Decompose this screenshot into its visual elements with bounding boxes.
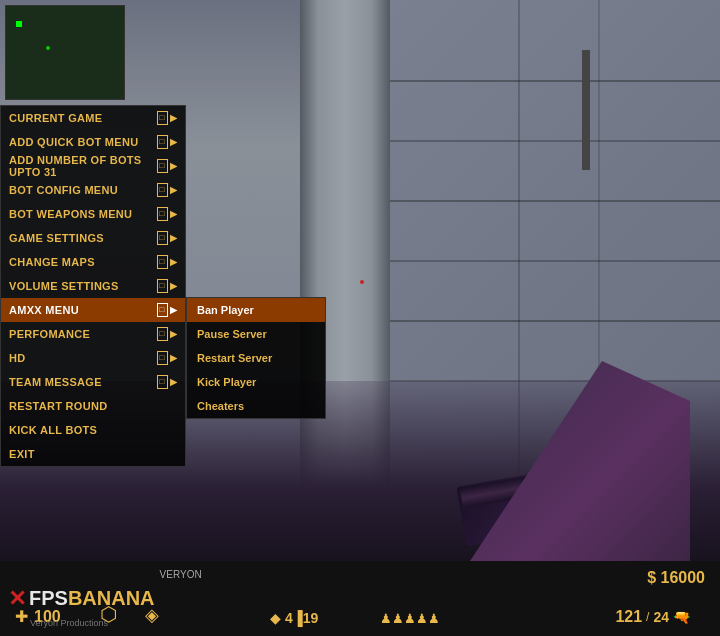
menu-item-label-game-settings: GAME SETTINGS [9, 232, 104, 244]
ammo-display: 121 / 24 🔫 [615, 608, 690, 626]
player-count-display: ♟♟♟♟♟ [380, 611, 440, 626]
menu-item-label-bot-config-menu: BOT CONFIG MENU [9, 184, 118, 196]
ammo-reserve: 24 [653, 609, 669, 625]
health-icon: ✚ [15, 607, 28, 626]
menu-item-label-bot-weapons-menu: BOT WEAPONS MENU [9, 208, 132, 220]
menu-item-label-add-number-of-bots: ADD NUMBER OF BOTS UPTO 31 [9, 154, 157, 178]
submenu-item-pause-server[interactable]: Pause Server [187, 322, 325, 346]
menu-item-hd[interactable]: HD□▶ [1, 346, 185, 370]
menu-item-label-hd: HD [9, 352, 26, 364]
minimap [5, 5, 125, 100]
menu-item-label-team-message: TEAM MESSAGE [9, 376, 102, 388]
submenu-item-kick-player[interactable]: Kick Player [187, 370, 325, 394]
menu-item-label-restart-round: RESTART ROUND [9, 400, 107, 412]
submenu-item-cheaters[interactable]: Cheaters [187, 394, 325, 418]
ammo-icon: 🔫 [673, 609, 690, 625]
brand-veryon-text: VERYON [160, 569, 202, 580]
ammo-current: 121 [615, 608, 642, 626]
player-icons: ♟♟♟♟♟ [380, 611, 440, 626]
menu-item-arrow-current-game: □▶ [157, 111, 177, 125]
menu-item-bot-weapons-menu[interactable]: BOT WEAPONS MENU□▶ [1, 202, 185, 226]
menu-item-arrow-team-message: □▶ [157, 375, 177, 389]
menu-item-kick-all-bots[interactable]: KICK ALL BOTS [1, 418, 185, 442]
menu-item-label-amxx-menu: AMXX MENU [9, 304, 79, 316]
player-hand [470, 361, 690, 561]
menu-item-volume-settings[interactable]: VOLUME SETTINGS□▶ [1, 274, 185, 298]
stone-line-2 [390, 140, 720, 142]
menu-item-add-number-of-bots[interactable]: ADD NUMBER OF BOTS UPTO 31□▶ [1, 154, 185, 178]
menu-item-change-maps[interactable]: CHANGE MAPS□▶ [1, 250, 185, 274]
menu-item-label-perfomance: PERFOMANCE [9, 328, 90, 340]
menu-item-exit[interactable]: EXIT [1, 442, 185, 466]
bomb-value: 4▐19 [285, 610, 318, 626]
menu-item-arrow-game-settings: □▶ [157, 231, 177, 245]
game-indicator [360, 280, 364, 284]
bomb-label: ◆ [270, 610, 281, 626]
menu-item-label-add-quick-bot-menu: ADD QUICK BOT MENU [9, 136, 138, 148]
menu-item-arrow-bot-config-menu: □▶ [157, 183, 177, 197]
money-display: $ 16000 [647, 569, 705, 587]
menu-item-amxx-menu[interactable]: AMXX MENU□▶ [1, 298, 185, 322]
menu-item-perfomance[interactable]: PERFOMANCE□▶ [1, 322, 185, 346]
menu-item-arrow-add-quick-bot-menu: □▶ [157, 135, 177, 149]
menu-item-arrow-amxx-menu: □▶ [157, 303, 177, 317]
menu-item-label-kick-all-bots: KICK ALL BOTS [9, 424, 97, 436]
menu-item-team-message[interactable]: TEAM MESSAGE□▶ [1, 370, 185, 394]
minimap-dot-2 [46, 46, 50, 50]
stone-line-3 [390, 200, 720, 202]
submenu-item-ban-player[interactable]: Ban Player [187, 298, 325, 322]
menu-item-restart-round[interactable]: RESTART ROUND [1, 394, 185, 418]
ammo-separator: / [646, 610, 649, 624]
stone-line-1 [390, 80, 720, 82]
menu-item-label-current-game: CURRENT GAME [9, 112, 102, 124]
main-menu: CURRENT GAME□▶ADD QUICK BOT MENU□▶ADD NU… [0, 105, 186, 467]
menu-item-current-game[interactable]: CURRENT GAME□▶ [1, 106, 185, 130]
wall-fixture [582, 50, 590, 170]
menu-item-add-quick-bot-menu[interactable]: ADD QUICK BOT MENU□▶ [1, 130, 185, 154]
menu-item-bot-config-menu[interactable]: BOT CONFIG MENU□▶ [1, 178, 185, 202]
weapon-render [340, 261, 720, 561]
menu-item-game-settings[interactable]: GAME SETTINGS□▶ [1, 226, 185, 250]
submenu-item-restart-server[interactable]: Restart Server [187, 346, 325, 370]
bomb-display: ◆ 4▐19 [270, 610, 318, 626]
menu-item-arrow-volume-settings: □▶ [157, 279, 177, 293]
grenade-icon: ◈ [145, 604, 159, 626]
menu-item-arrow-change-maps: □▶ [157, 255, 177, 269]
menu-item-arrow-hd: □▶ [157, 351, 177, 365]
menu-item-arrow-add-number-of-bots: □▶ [157, 159, 177, 173]
menu-item-label-volume-settings: VOLUME SETTINGS [9, 280, 119, 292]
menu-item-label-exit: EXIT [9, 448, 35, 460]
minimap-player-dot [16, 21, 22, 27]
amxx-submenu: Ban PlayerPause ServerRestart ServerKick… [186, 297, 326, 419]
menu-item-arrow-bot-weapons-menu: □▶ [157, 207, 177, 221]
menu-item-label-change-maps: CHANGE MAPS [9, 256, 95, 268]
brand-tagline: Veryon Productions [30, 618, 108, 628]
menu-item-arrow-perfomance: □▶ [157, 327, 177, 341]
grenade-display: ◈ [145, 604, 159, 626]
hud-bar: ✕ FPS BANANA VERYON $ 16000 ✚ 100 ⬡ ◈ ◆ … [0, 561, 720, 636]
